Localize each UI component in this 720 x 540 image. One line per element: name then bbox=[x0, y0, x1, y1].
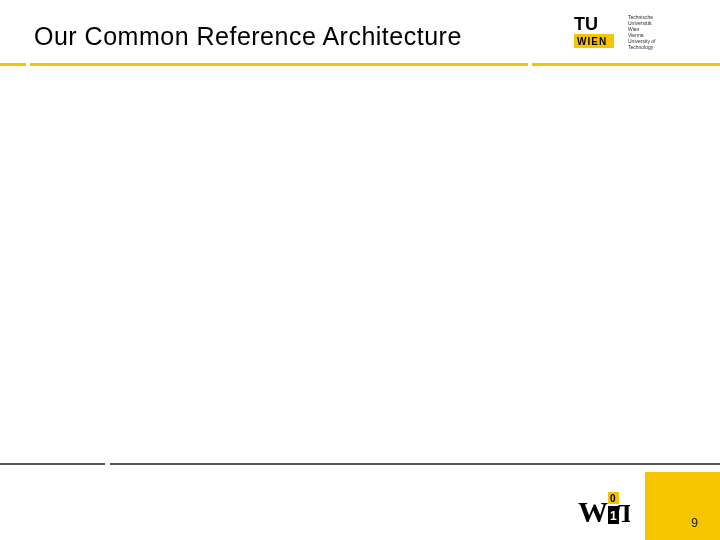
svg-text:T: T bbox=[618, 499, 630, 528]
wit-logo-icon: W 0 1 T bbox=[578, 486, 630, 530]
svg-text:TU: TU bbox=[574, 14, 598, 34]
tu-logo-icon: TU WIEN bbox=[574, 14, 622, 50]
tu-logo-text: Technische Universität Wien Vienna Unive… bbox=[628, 14, 656, 50]
svg-text:0: 0 bbox=[610, 493, 616, 504]
svg-text:1: 1 bbox=[610, 509, 617, 523]
footer-accent-block bbox=[645, 472, 720, 540]
footer-rule-left bbox=[0, 463, 105, 465]
header-rule-right bbox=[532, 63, 720, 66]
svg-text:WIEN: WIEN bbox=[577, 36, 607, 47]
page-title: Our Common Reference Architecture bbox=[34, 22, 462, 51]
slide: Our Common Reference Architecture TU WIE… bbox=[0, 0, 720, 540]
footer-rule-main bbox=[110, 463, 720, 465]
header-rule-main bbox=[30, 63, 528, 66]
page-number: 9 bbox=[691, 516, 698, 530]
header-rule-left bbox=[0, 63, 26, 66]
tu-wien-logo: TU WIEN Technische Universität Wien Vien… bbox=[574, 14, 684, 50]
svg-text:W: W bbox=[578, 495, 608, 528]
tu-text-line: Technology bbox=[628, 44, 656, 50]
